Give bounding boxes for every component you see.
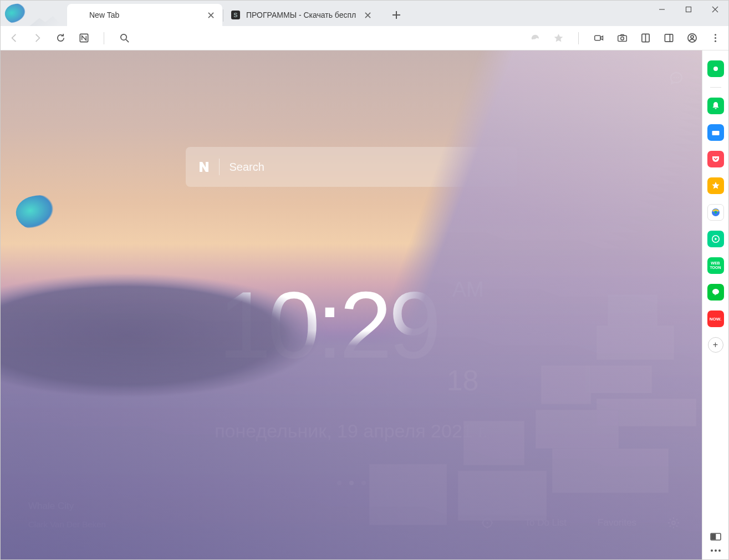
tab-strip: New Tab S ПРОГРАММЫ - Скачать беспл	[1, 1, 728, 26]
svg-point-11	[690, 35, 693, 38]
side-panel-button[interactable]	[661, 30, 676, 46]
svg-point-7	[620, 37, 624, 40]
tab-separator	[223, 9, 223, 22]
wallpaper-credit: Whale City Clark Van Der Beken	[28, 501, 106, 529]
search-address-button[interactable]	[116, 30, 132, 46]
new-tab-content: 10:29 AM 18 понедельник, 19 апреля 2021 …	[1, 50, 702, 559]
sidebar-item-pocket[interactable]	[707, 151, 724, 167]
clock-time: 10:29	[218, 278, 437, 372]
sidebar-item-webtoon[interactable]: WEBTOON	[707, 257, 724, 274]
svg-point-4	[120, 34, 126, 40]
svg-rect-6	[618, 35, 626, 41]
favicon-newtab-icon	[74, 10, 84, 20]
whale-logo-corner	[1, 1, 67, 26]
page-dot[interactable]	[361, 481, 366, 485]
sidebar-item-music[interactable]	[707, 231, 724, 247]
clock-ampm: AM	[452, 278, 484, 302]
search-bar[interactable]	[186, 147, 517, 187]
svg-text:S: S	[233, 12, 237, 18]
whale-status-icon[interactable]	[527, 30, 543, 46]
new-tab-button[interactable]	[387, 6, 406, 24]
capture-camera-button[interactable]	[614, 30, 630, 46]
sidebar-toggle-panel-icon[interactable]	[710, 533, 721, 541]
window-maximize-button[interactable]	[675, 1, 702, 18]
tab-active[interactable]: New Tab	[67, 4, 222, 26]
wallpaper-title: Whale City	[28, 501, 106, 512]
whale-watermark-icon	[16, 196, 58, 230]
sidebar-separator	[710, 87, 721, 88]
svg-rect-27	[711, 534, 715, 539]
bottom-controls: To Do List Favorites	[481, 517, 680, 529]
toolbar-separator	[578, 32, 579, 44]
nav-reload-button[interactable]	[53, 30, 68, 46]
svg-point-15	[674, 77, 675, 78]
clock: 10:29 AM 18 понедельник, 19 апреля 2021 …	[215, 278, 488, 442]
svg-point-12	[714, 34, 716, 35]
tab-title: New Tab	[89, 11, 200, 19]
tab-close-button[interactable]	[206, 10, 216, 20]
page-dot[interactable]	[337, 481, 341, 485]
favicon-site-icon: S	[231, 10, 241, 20]
sidebar-add-button[interactable]: +	[708, 337, 723, 353]
svg-point-19	[487, 522, 488, 524]
sidebar-item-toolbox[interactable]	[707, 124, 724, 141]
svg-point-17	[678, 77, 679, 78]
toolbar	[1, 26, 728, 50]
main-menu-button[interactable]	[707, 30, 723, 46]
search-separator	[219, 159, 220, 175]
sidebar-item-line[interactable]	[707, 284, 724, 301]
toolbar-separator	[104, 32, 104, 44]
svg-rect-9	[665, 34, 672, 42]
tab-close-button[interactable]	[363, 10, 373, 20]
sidebar-item-whale-extension[interactable]	[707, 60, 724, 77]
svg-rect-22	[712, 131, 719, 135]
page-dot[interactable]	[349, 481, 354, 485]
wallpaper-pagination	[337, 481, 366, 485]
reader-mode-button[interactable]	[638, 30, 653, 46]
favorites-label: Favorites	[598, 517, 636, 528]
naver-n-icon	[197, 160, 211, 174]
svg-point-24	[715, 211, 717, 213]
comments-bubble-button[interactable]	[667, 69, 685, 87]
search-input[interactable]	[230, 161, 506, 174]
record-video-button[interactable]	[591, 30, 606, 46]
svg-rect-0	[686, 7, 691, 12]
wallpaper-settings-button[interactable]	[667, 517, 680, 529]
todo-list-label: To Do List	[524, 517, 567, 528]
naver-home-button[interactable]	[76, 30, 91, 46]
svg-point-16	[676, 77, 677, 78]
bookmark-star-button[interactable]	[550, 30, 566, 46]
favorites-button[interactable]: Favorites	[598, 517, 636, 528]
wallpaper-author: Clark Van Der Beken	[28, 520, 106, 529]
sidebar-item-notifications[interactable]	[707, 98, 724, 114]
focus-target-button[interactable]	[481, 517, 493, 529]
nav-back-button[interactable]	[6, 30, 22, 46]
nav-forward-button[interactable]	[29, 30, 45, 46]
tab-title: ПРОГРАММЫ - Скачать беспл	[246, 11, 357, 19]
svg-point-20	[672, 521, 675, 525]
sidebar-item-bookmarks[interactable]	[707, 177, 724, 194]
sidebar: WEBTOON NOW. +	[702, 50, 728, 559]
window-minimize-button[interactable]	[649, 1, 675, 18]
sidebar-item-now[interactable]: NOW.	[707, 310, 724, 327]
profile-button[interactable]	[684, 30, 700, 46]
sidebar-item-translate[interactable]	[707, 204, 724, 221]
sidebar-more-button[interactable]	[711, 549, 721, 552]
svg-point-13	[714, 37, 716, 39]
tab-inactive[interactable]: S ПРОГРАММЫ - Скачать беспл	[224, 4, 379, 26]
svg-point-14	[714, 40, 716, 42]
todo-list-button[interactable]: To Do List	[524, 517, 567, 528]
window-close-button[interactable]	[702, 1, 728, 18]
clock-date: понедельник, 19 апреля 2021 г.	[215, 420, 488, 442]
svg-rect-5	[594, 35, 600, 40]
clock-seconds: 18	[447, 364, 479, 397]
svg-point-21	[713, 67, 718, 71]
